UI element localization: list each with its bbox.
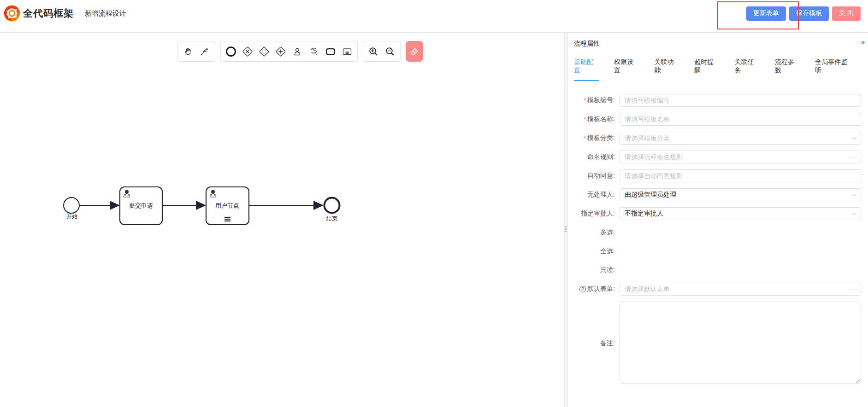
svg-text:结束: 结束 [326, 215, 338, 222]
form-row-naming-rule: 命名规则: ··· [568, 151, 861, 163]
brand-logo-icon [4, 5, 20, 22]
main-area: 开始 提交申请 [0, 33, 868, 407]
no-handler-select[interactable] [620, 188, 861, 201]
zoom-in-icon[interactable] [366, 45, 380, 58]
task-icon[interactable] [324, 45, 337, 58]
bpmn-canvas[interactable]: 开始 提交申请 [0, 33, 564, 407]
required-mark: * [584, 134, 586, 142]
ellipsis-icon[interactable]: ··· [850, 151, 857, 163]
brush-icon [409, 47, 419, 57]
svg-text:开始: 开始 [66, 213, 78, 220]
required-mark: * [584, 116, 586, 123]
field-label: 指定审批人: [581, 209, 615, 218]
properties-panel: 流程属性 » 基础配置 权限设置 关联功能 超时提醒 关联任务 流程参数 全局事… [568, 33, 868, 407]
brand: 全代码框架 [4, 5, 74, 22]
auto-agree-input[interactable] [620, 169, 861, 182]
svg-text:用户节点: 用户节点 [215, 202, 239, 209]
tab-basic-config[interactable]: 基础配置 [574, 58, 599, 81]
assigned-approver-select[interactable] [620, 207, 861, 220]
field-label: 自动同意: [587, 172, 615, 180]
form-row-no-handler: 无处理人: [568, 188, 861, 201]
template-name-input[interactable] [620, 113, 861, 126]
parallel-gateway-icon[interactable] [274, 45, 288, 58]
panel-title: 流程属性 [574, 40, 862, 48]
toolbar-group-palette [220, 41, 358, 62]
field-label: 只读: [600, 266, 615, 274]
user-task-node-usernode[interactable]: 用户节点 [206, 187, 249, 225]
form-row-default-form: ? 默认表单: ··· [568, 283, 861, 296]
field-label: 无处理人: [587, 191, 615, 199]
form-row-multi-select: 多选: [568, 226, 861, 239]
required-mark: * [584, 97, 586, 104]
start-event-icon[interactable] [224, 45, 238, 58]
close-button[interactable]: 关 闭 [832, 6, 861, 21]
template-code-input[interactable] [620, 94, 861, 107]
template-category-select[interactable] [620, 132, 861, 145]
svg-text:提交申请: 提交申请 [129, 202, 153, 209]
form-row-assigned-approver: 指定审批人: [568, 207, 861, 220]
tab-process-params[interactable]: 流程参数 [775, 58, 800, 81]
end-event-node[interactable]: 结束 [325, 198, 340, 222]
global-connect-tool-icon[interactable] [198, 45, 212, 58]
clear-canvas-button[interactable] [406, 41, 423, 62]
tab-related-function[interactable]: 关联功能 [654, 58, 679, 81]
tab-permission[interactable]: 权限设置 [614, 58, 639, 81]
form-row-remark: 备注: [568, 302, 861, 385]
field-label: 模板分类: [587, 134, 615, 142]
tab-related-task[interactable]: 关联任务 [735, 58, 760, 81]
exclusive-gateway-icon[interactable] [241, 45, 254, 58]
form-row-template-code: *模板编号: [568, 94, 861, 107]
basic-config-form: *模板编号: *模板名称: *模板分类: 命名规则: ··· [568, 94, 868, 385]
start-event-node[interactable]: 开始 [64, 198, 79, 220]
form-row-template-category: *模板分类: [568, 132, 861, 145]
app-header: 全代码框架 新增流程设计 更新表单 保存模板 关 闭 [0, 0, 868, 33]
collapse-panel-icon[interactable]: » [861, 38, 864, 46]
page-title: 新增流程设计 [85, 9, 126, 18]
tab-timeout-remind[interactable]: 超时提醒 [695, 58, 720, 81]
help-icon[interactable]: ? [579, 286, 586, 292]
user-task-icon[interactable] [290, 45, 304, 58]
user-task-node-submit[interactable]: 提交申请 [120, 187, 162, 225]
bpmn-diagram: 开始 提交申请 [0, 33, 564, 407]
header-actions: 更新表单 保存模板 关 闭 [746, 6, 861, 21]
canvas-toolbar [177, 41, 423, 62]
remark-textarea[interactable] [620, 302, 861, 384]
drag-dots-icon [565, 225, 567, 233]
ellipsis-icon[interactable]: ··· [850, 283, 857, 296]
field-label: 默认表单: [587, 285, 615, 293]
panel-resize-handle[interactable] [564, 33, 568, 407]
collapsed-subprocess-icon[interactable] [340, 45, 354, 58]
field-label: 模板编号: [587, 96, 615, 105]
form-row-readonly: 只读: [568, 264, 861, 277]
field-label: 模板名称: [587, 115, 615, 123]
naming-rule-input[interactable] [620, 151, 861, 163]
tab-global-event-listener[interactable]: 全局事件监听 [815, 58, 853, 81]
field-label: 备注: [600, 339, 615, 348]
save-template-button[interactable]: 保存模板 [789, 6, 829, 21]
script-task-icon[interactable] [307, 45, 321, 58]
panel-tabs: 基础配置 权限设置 关联功能 超时提醒 关联任务 流程参数 全局事件监听 [574, 58, 868, 81]
field-label: 全选: [600, 247, 615, 256]
brand-title: 全代码框架 [23, 7, 74, 20]
intermediate-event-icon[interactable] [257, 45, 271, 58]
hand-tool-icon[interactable] [181, 45, 195, 58]
field-label: 命名规则: [587, 153, 615, 161]
form-row-select-all: 全选: [568, 245, 861, 258]
toolbar-group-tools [177, 41, 215, 62]
toolbar-group-zoom [363, 41, 401, 62]
update-form-button[interactable]: 更新表单 [746, 6, 786, 21]
default-form-input[interactable] [620, 283, 861, 296]
form-row-template-name: *模板名称: [568, 113, 861, 126]
form-row-auto-agree: 自动同意: [568, 169, 861, 182]
zoom-out-icon[interactable] [383, 45, 397, 58]
